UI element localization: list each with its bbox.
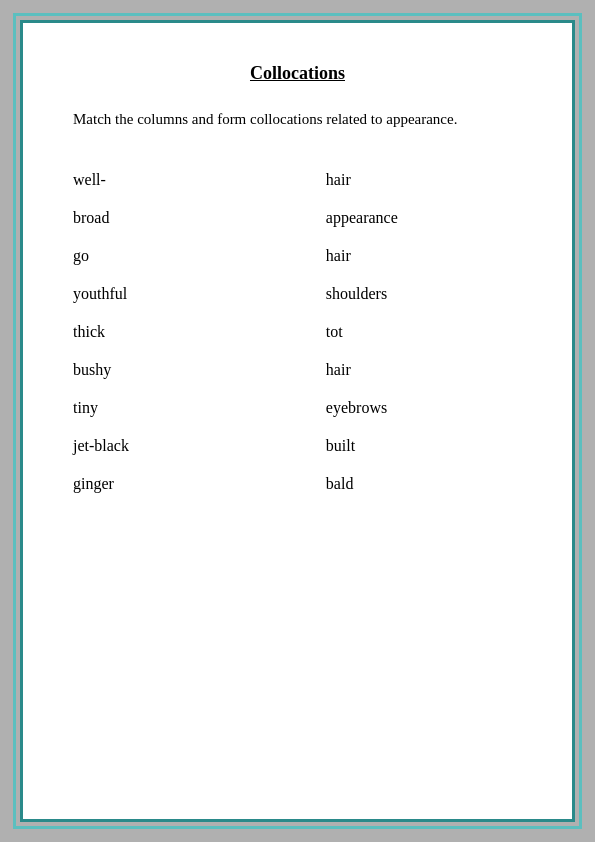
instructions-text: Match the columns and form collocations … bbox=[73, 108, 522, 131]
list-item: bushyhair bbox=[73, 351, 522, 389]
right-word: tot bbox=[316, 323, 522, 341]
right-word: bald bbox=[316, 475, 522, 493]
list-item: broadappearance bbox=[73, 199, 522, 237]
right-word: hair bbox=[316, 361, 522, 379]
collocations-list: well- hairbroadappearancegohairyouthfuls… bbox=[73, 161, 522, 503]
right-word: hair bbox=[316, 171, 522, 189]
page: Collocations Match the columns and form … bbox=[20, 20, 575, 822]
left-word: tiny bbox=[73, 399, 316, 417]
left-word: jet-black bbox=[73, 437, 316, 455]
right-word: eyebrows bbox=[316, 399, 522, 417]
left-word: thick bbox=[73, 323, 316, 341]
left-word: broad bbox=[73, 209, 316, 227]
list-item: gingerbald bbox=[73, 465, 522, 503]
right-word: appearance bbox=[316, 209, 522, 227]
list-item: well- hair bbox=[73, 161, 522, 199]
page-title: Collocations bbox=[73, 63, 522, 84]
list-item: thicktot bbox=[73, 313, 522, 351]
left-word: ginger bbox=[73, 475, 316, 493]
right-word: shoulders bbox=[316, 285, 522, 303]
left-word: go bbox=[73, 247, 316, 265]
left-word: bushy bbox=[73, 361, 316, 379]
right-word: built bbox=[316, 437, 522, 455]
list-item: gohair bbox=[73, 237, 522, 275]
list-item: youthfulshoulders bbox=[73, 275, 522, 313]
list-item: jet-blackbuilt bbox=[73, 427, 522, 465]
left-word: youthful bbox=[73, 285, 316, 303]
list-item: tinyeyebrows bbox=[73, 389, 522, 427]
right-word: hair bbox=[316, 247, 522, 265]
left-word: well- bbox=[73, 171, 316, 189]
